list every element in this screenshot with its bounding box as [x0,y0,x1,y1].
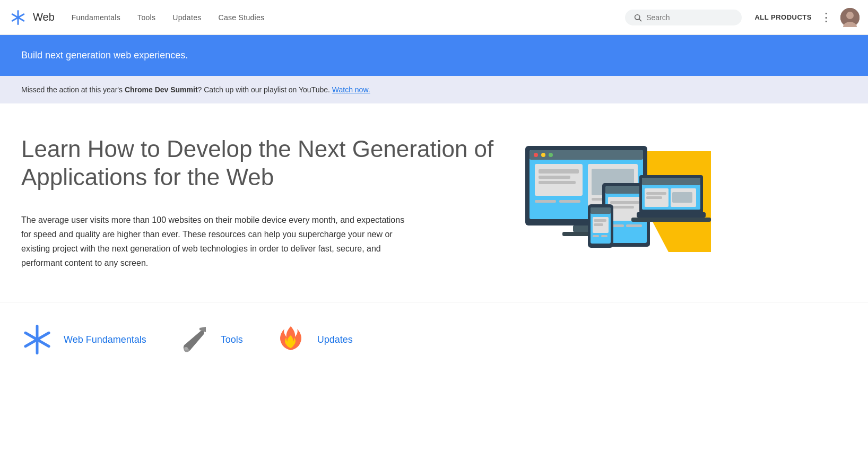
navbar: Web Fundamentals Tools Updates Case Stud… [0,0,868,35]
svg-rect-37 [591,207,611,214]
announcement-text: Missed the action at this year's Chrome … [21,85,370,94]
all-products-button[interactable]: ALL PRODUCTS [754,13,812,21]
devices-illustration [520,135,711,252]
svg-point-14 [541,153,545,157]
card-updates[interactable]: Updates [275,324,353,355]
nav-link-updates[interactable]: Updates [172,13,201,22]
svg-rect-32 [610,206,634,209]
svg-rect-40 [594,223,603,226]
announcement-prefix: Missed the action at this year's [21,85,125,94]
main-body-text: The average user visits more than 100 we… [21,213,414,271]
wrench-icon [178,324,210,355]
more-options-icon[interactable]: ⋮ [820,12,832,23]
svg-rect-31 [610,201,639,204]
main-text-block: Learn How to Develop the Next Generation… [21,135,499,270]
card-updates-label: Updates [317,334,353,345]
main-heading: Learn How to Develop the Next Generation… [21,135,499,192]
svg-rect-44 [631,218,711,222]
svg-rect-52 [672,192,692,203]
svg-rect-50 [646,196,662,199]
svg-rect-42 [601,235,607,237]
search-input[interactable] [646,13,733,22]
svg-rect-20 [535,200,556,203]
logo-link[interactable]: Web [8,8,55,27]
fundamentals-icon [21,324,53,355]
card-tools[interactable]: Tools [178,324,243,355]
svg-rect-34 [626,224,642,227]
svg-point-56 [185,347,188,350]
svg-point-7 [846,12,854,19]
banner-text: Build next generation web experiences. [21,50,188,60]
hero-illustration [520,135,711,252]
updates-icon [275,324,307,355]
svg-rect-18 [539,176,570,179]
svg-rect-47 [642,178,700,185]
svg-rect-17 [539,169,579,174]
nav-link-case-studies[interactable]: Case Studies [219,13,265,22]
brand-name: Web [33,11,55,23]
svg-rect-21 [559,200,580,203]
nav-link-fundamentals[interactable]: Fundamentals [72,13,120,22]
nav-link-tools[interactable]: Tools [137,13,155,22]
announcement-suffix: ? Catch up with our playlist on YouTube. [198,85,330,94]
card-web-fundamentals[interactable]: Web Fundamentals [21,324,146,355]
card-fundamentals-label: Web Fundamentals [64,334,146,345]
svg-rect-19 [539,181,576,184]
bottom-cards: Web Fundamentals Tools Updates [0,302,868,366]
announcement-highlight: Chrome Dev Summit [125,85,198,94]
avatar-image [840,8,860,27]
card-tools-label: Tools [221,334,243,345]
blue-banner: Build next generation web experiences. [0,35,868,76]
search-icon [633,13,642,22]
announcement-bar: Missed the action at this year's Chrome … [0,76,868,103]
svg-rect-12 [530,150,643,160]
svg-rect-16 [535,164,583,196]
svg-rect-41 [593,235,599,237]
search-bar[interactable] [625,10,742,25]
navbar-right: ALL PRODUCTS ⋮ [754,8,860,27]
main-content: Learn How to Develop the Next Generation… [0,103,868,291]
svg-rect-39 [594,219,606,222]
svg-line-5 [639,19,641,21]
logo-icon [8,8,28,27]
avatar[interactable] [840,8,860,27]
nav-links: Fundamentals Tools Updates Case Studies [72,13,621,22]
watch-now-link[interactable]: Watch now. [332,85,370,94]
svg-point-15 [549,153,553,157]
svg-rect-49 [646,192,666,195]
svg-point-13 [534,153,538,157]
